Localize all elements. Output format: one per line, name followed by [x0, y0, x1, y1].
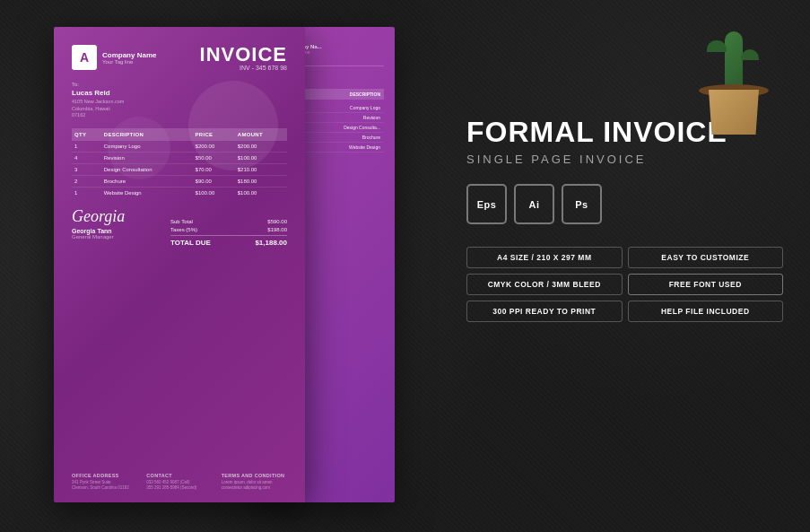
invoice-table: QTY DESCRIPTION PRICE AMOUNT 1Company Lo…: [72, 128, 287, 198]
invoice-title: INVOICE: [200, 45, 287, 65]
client-name: Lucas Reid: [72, 89, 287, 97]
col-desc: DESCRIPTION: [101, 128, 193, 141]
company-info: Company Name Your Tag line: [102, 51, 156, 65]
badge-ai: Ai: [514, 184, 554, 224]
bill-to-label: To:: [72, 82, 287, 87]
company-name: Company Name: [102, 51, 156, 59]
invoice-footer: Office Address 341 Pynk Street SuiteClem…: [72, 473, 287, 493]
features-grid: A4 SIZE / 210 x 297 mm EASY TO CUSTOMIZE…: [466, 247, 783, 322]
badge-eps: Eps: [466, 184, 507, 224]
feature-a4-size: A4 SIZE / 210 x 297 mm: [466, 247, 623, 268]
signature-script: Georgia: [72, 207, 125, 226]
table-row: 3Design Consultation$70.00$210.00: [72, 164, 287, 176]
invoice-number: INV - 345 678 98: [200, 65, 287, 71]
cactus: [725, 31, 743, 90]
invoice-title-block: INVOICE INV - 345 678 98: [200, 45, 287, 71]
footer-col-address: Office Address 341 Pynk Street SuiteClem…: [72, 473, 137, 493]
feature-help-file: HELP FILE INCLUDED: [628, 301, 784, 322]
table-row: 2Brochure$90.00$180.00: [72, 176, 287, 188]
sig-totals-row: Georgia Georgia Tann General Manager Sub…: [72, 207, 287, 247]
left-side: A Company Na... Your Tag line ... ...as …: [0, 0, 449, 532]
product-subtitle: SINGLE PAGE INVOICE: [466, 153, 783, 166]
col-qty: QTY: [72, 128, 101, 141]
invoice-logo: A Company Name Your Tag line: [72, 45, 156, 70]
totals-block: Sub Total $590.00 Taxes (5%) $198.00 TOT…: [170, 219, 287, 247]
feature-easy-customize: EASY TO CUSTOMIZE: [628, 247, 784, 268]
footer-col-contact: Contact 033 560 452 9087 (Cell)355 291 2…: [146, 473, 212, 493]
company-tag: Your Tag line: [102, 59, 156, 65]
table-row: 4Revision$50.00$100.00: [72, 153, 287, 164]
feature-cmyk: CMYK COLOR / 3mm BLEED: [466, 274, 623, 295]
subtotal-row: Sub Total $590.00: [170, 219, 287, 224]
bill-to: To: Lucas Reid 4105 New Jackson.com Colu…: [72, 82, 287, 119]
invoice-header: A Company Name Your Tag line INVOICE INV…: [72, 45, 287, 71]
footer-col-terms: Terms And Condition Lorem ipsum, dolor s…: [222, 473, 287, 493]
badge-ps: Ps: [562, 184, 602, 224]
invoice-main: A Company Name Your Tag line INVOICE INV…: [54, 27, 305, 502]
total-due-row: TOTAL DUE $1,188.00: [170, 235, 287, 247]
col-amount: AMOUNT: [235, 128, 287, 141]
pot: [702, 90, 765, 135]
right-side: FORMAL INVOICE SINGLE PAGE INVOICE Eps A…: [449, 0, 810, 532]
feature-300ppi: 300 PPI READY TO PRINT: [466, 301, 623, 322]
signer-name: Georgia Tann: [72, 228, 125, 234]
back-col-desc: DESCRIPTION: [350, 92, 380, 97]
client-address: 4105 New Jackson.com Columbia, Hawaii 07…: [72, 99, 287, 119]
software-badges: Eps Ai Ps: [466, 184, 783, 224]
col-price: PRICE: [193, 128, 235, 141]
feature-free-font: FREE FONT USED: [628, 274, 784, 295]
plant-decoration: [684, 18, 783, 135]
tax-row: Taxes (5%) $198.00: [170, 227, 287, 232]
table-row: 1Company Logo$200.00$200.00: [72, 141, 287, 153]
main-container: A Company Na... Your Tag line ... ...as …: [0, 0, 810, 532]
table-row: 1Website Design$100.00$100.00: [72, 188, 287, 199]
logo-box: A: [72, 45, 97, 70]
signer-role: General Manager: [72, 234, 125, 240]
signature-block: Georgia Georgia Tann General Manager: [72, 207, 125, 240]
